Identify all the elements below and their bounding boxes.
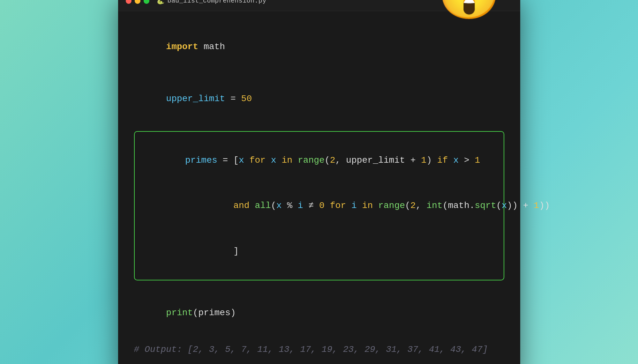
code-line-3c: ] (142, 228, 496, 274)
maximize-button[interactable] (144, 0, 149, 4)
code-line-1: import math (134, 24, 504, 70)
code-line-2: upper_limit = 50 (134, 76, 504, 122)
traffic-lights (126, 0, 149, 4)
close-button[interactable] (126, 0, 131, 4)
var-upper-limit: upper_limit (166, 94, 225, 104)
code-line-4: print(primes) (134, 290, 504, 336)
code-editor: import math upper_limit = 50 primes = [x… (118, 11, 520, 364)
minimize-button[interactable] (135, 0, 140, 4)
code-window: 😲 🐍 bad_list_comprehension.py import mat… (118, 0, 520, 364)
spacer-2 (134, 122, 504, 128)
spacer-1 (134, 70, 504, 76)
spacer-4 (134, 336, 504, 342)
code-line-3b: and all(x % i ≠ 0 for i in range(2, int(… (142, 183, 496, 229)
code-line-5: # Output: [2, 3, 5, 7, 11, 13, 17, 19, 2… (134, 342, 504, 357)
keyword-import: import (166, 42, 198, 52)
highlighted-code-block: primes = [x for x in range(2, upper_limi… (134, 131, 504, 280)
filename-label: bad_list_comprehension.py (168, 0, 266, 4)
surprised-emoji: 😲 (437, 0, 501, 23)
python-icon: 🐍 (156, 0, 164, 5)
code-line-3a: primes = [x for x in range(2, upper_limi… (142, 137, 496, 183)
spacer-3 (134, 284, 504, 290)
